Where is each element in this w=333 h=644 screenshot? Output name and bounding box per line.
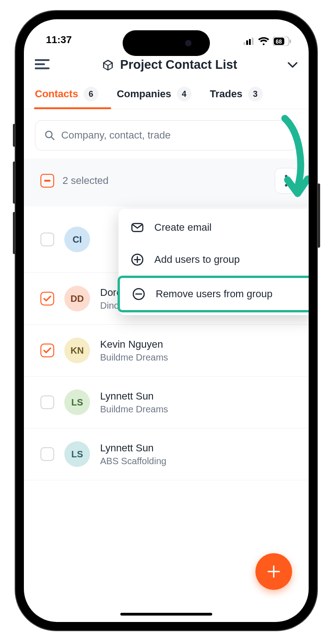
annotation-arrow-icon (267, 115, 309, 202)
tab-companies[interactable]: Companies4 (117, 80, 192, 109)
search-container (24, 109, 309, 159)
menu-item-mail[interactable]: Create email (119, 211, 309, 244)
cube-icon (102, 59, 114, 72)
contact-checkbox[interactable] (40, 395, 54, 409)
search-input-wrap[interactable] (35, 120, 298, 150)
tab-label: Companies (117, 88, 171, 100)
selection-label: 2 selected (62, 175, 266, 187)
svg-text:68: 68 (276, 39, 282, 45)
contact-row[interactable]: KNKevin NguyenBuildme Dreams (24, 325, 309, 377)
avatar: LS (64, 389, 90, 415)
contact-company: ABS Scaffolding (100, 456, 166, 466)
home-indicator (120, 613, 212, 616)
plus-icon (267, 565, 281, 578)
check-icon (43, 347, 51, 354)
add-fab-button[interactable] (255, 553, 292, 590)
mail-icon (130, 221, 144, 234)
chevron-down-icon[interactable] (288, 62, 298, 68)
contact-company: Buildme Dreams (100, 404, 168, 415)
tab-contacts[interactable]: Contacts6 (35, 80, 98, 109)
menu-button[interactable] (35, 59, 51, 72)
avatar: KN (64, 338, 90, 363)
contact-texts: Lynnett SunBuildme Dreams (100, 390, 168, 415)
tab-label: Trades (210, 88, 243, 100)
hamburger-icon (35, 59, 50, 70)
svg-rect-1 (246, 40, 248, 45)
tabs: Contacts6Companies4Trades3 (24, 80, 309, 109)
svg-rect-6 (290, 39, 291, 43)
menu-item-label: Create email (154, 222, 212, 233)
contact-name: Lynnett Sun (100, 442, 166, 454)
contact-row[interactable]: LSLynnett SunABS Scaffolding (24, 428, 309, 480)
check-icon (43, 295, 51, 302)
plus-circle-icon (130, 253, 144, 266)
select-all-checkbox[interactable] (40, 174, 54, 188)
tab-trades[interactable]: Trades3 (210, 80, 263, 109)
contact-name: Kevin Nguyen (100, 339, 168, 350)
avatar: LS (64, 441, 90, 467)
svg-rect-0 (243, 42, 245, 45)
minus-circle-icon (132, 287, 146, 301)
search-input[interactable] (61, 129, 288, 141)
svg-line-12 (51, 137, 54, 140)
tab-count-badge: 4 (177, 87, 192, 101)
cellular-icon (243, 38, 254, 45)
dynamic-island (123, 30, 210, 56)
status-time: 11:37 (46, 34, 72, 46)
contact-checkbox[interactable] (40, 233, 54, 246)
tab-label: Contacts (35, 88, 78, 100)
selection-bar: 2 selected (24, 159, 309, 206)
phone-frame: 11:37 68 Project Contact List Contacts6C… (16, 11, 317, 630)
avatar: DD (64, 286, 90, 311)
contact-company: Buildme Dreams (100, 352, 168, 363)
avatar: CI (64, 227, 90, 252)
actions-menu: Create emailAdd users to groupRemove use… (119, 209, 309, 315)
svg-rect-3 (252, 38, 254, 45)
menu-item-minus-circle[interactable]: Remove users from group (118, 276, 309, 312)
contact-checkbox[interactable] (40, 292, 54, 305)
contact-texts: Kevin NguyenBuildme Dreams (100, 339, 168, 363)
contact-checkbox[interactable] (40, 344, 54, 357)
contact-texts: Lynnett SunABS Scaffolding (100, 442, 166, 466)
screen: 11:37 68 Project Contact List Contacts6C… (24, 19, 309, 622)
menu-item-plus-circle[interactable]: Add users to group (119, 244, 309, 276)
contact-row[interactable]: LSLynnett SunBuildme Dreams (24, 377, 309, 428)
contact-checkbox[interactable] (40, 447, 54, 461)
phone-side-button (317, 183, 320, 248)
battery-icon: 68 (273, 37, 291, 46)
title-dropdown[interactable]: Project Contact List (60, 58, 279, 72)
svg-rect-2 (249, 39, 251, 45)
menu-item-label: Remove users from group (156, 288, 272, 300)
search-icon (45, 130, 55, 141)
menu-item-label: Add users to group (154, 254, 240, 266)
page-title: Project Contact List (120, 58, 237, 72)
tab-count-badge: 3 (248, 87, 263, 101)
contact-name: Lynnett Sun (100, 390, 168, 402)
wifi-icon (258, 37, 269, 45)
tab-count-badge: 6 (84, 87, 98, 101)
